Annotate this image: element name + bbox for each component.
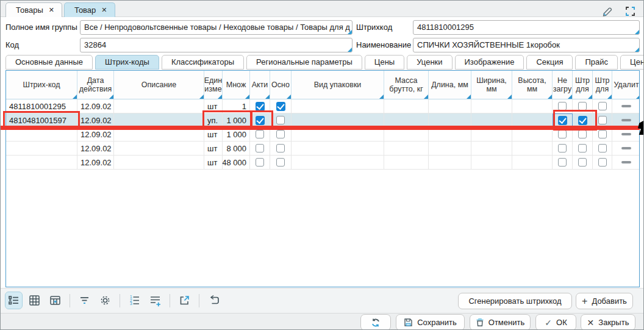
document-tab-1[interactable]: Товары✕ — [5, 2, 62, 17]
cell-unit[interactable]: шт — [204, 142, 223, 155]
main-checkbox[interactable] — [276, 102, 285, 111]
cell-barcode[interactable] — [6, 127, 77, 141]
column-filter-triangle-icon[interactable] — [265, 95, 270, 99]
cell-multiplier[interactable]: 1 000 — [223, 127, 250, 141]
cell-height[interactable] — [512, 99, 553, 113]
generate-barcode-button[interactable]: Сгенерировать штрихкод — [458, 293, 572, 309]
cell-date[interactable]: 12.09.02 — [77, 142, 114, 155]
cell-height[interactable] — [512, 142, 553, 155]
column-header-date[interactable]: Дата действия — [77, 71, 114, 99]
tab-close-icon[interactable]: ✕ — [49, 6, 54, 14]
table-row-5[interactable]: 12.09.02шт48 000 — [6, 156, 639, 170]
view-list-icon[interactable] — [5, 292, 22, 309]
cell-height[interactable] — [512, 156, 553, 169]
maximize-icon[interactable] — [622, 3, 639, 20]
cell-description[interactable] — [114, 99, 204, 113]
active-checkbox[interactable] — [256, 130, 264, 138]
cell-unit[interactable]: шт — [204, 99, 223, 113]
bar_for_1-checkbox[interactable] — [578, 116, 587, 125]
cell-width[interactable] — [471, 142, 512, 155]
cell-gross[interactable] — [384, 99, 429, 113]
name-input[interactable]: СПИЧКИ ХОЗЯЙСТВЕННЫЕ 1коробок — [413, 38, 640, 52]
column-header-gross[interactable]: Масса брутто, кг — [384, 71, 429, 99]
delete-dash-icon[interactable] — [621, 133, 631, 135]
cell-date[interactable]: 12.09.02 — [77, 113, 114, 127]
cell-height[interactable] — [512, 127, 553, 141]
column-filter-triangle-icon[interactable] — [379, 95, 384, 99]
column-header-height[interactable]: Высота, мм — [512, 71, 553, 99]
cell-main[interactable] — [270, 156, 292, 169]
section-tab-1[interactable]: Основные данные — [5, 55, 93, 70]
section-tab-4[interactable]: Региональные параметры — [246, 55, 362, 70]
cell-not_load[interactable] — [553, 113, 573, 127]
cell-active[interactable] — [250, 142, 270, 155]
column-header-width[interactable]: Ширина, мм — [471, 71, 512, 99]
not_load-checkbox[interactable] — [558, 130, 567, 138]
cell-main[interactable] — [270, 127, 292, 141]
active-checkbox[interactable] — [256, 144, 264, 152]
cell-packaging[interactable] — [292, 99, 384, 113]
cell-description[interactable] — [114, 156, 204, 169]
cell-length[interactable] — [429, 113, 471, 127]
cell-bar_for_2[interactable] — [593, 156, 612, 169]
column-filter-triangle-icon[interactable] — [588, 95, 592, 99]
cell-bar_for_1[interactable] — [573, 127, 593, 141]
main-checkbox[interactable] — [276, 116, 285, 124]
column-header-unit[interactable]: Един изме — [204, 71, 223, 99]
section-tab-5[interactable]: Цены — [365, 55, 404, 70]
column-filter-triangle-icon[interactable] — [287, 95, 291, 99]
cell-bar_for_2[interactable] — [593, 127, 612, 141]
cell-multiplier[interactable]: 48 000 — [223, 156, 250, 169]
column-header-not_load[interactable]: Не загру — [553, 71, 573, 99]
column-filter-triangle-icon[interactable] — [218, 95, 222, 99]
cell-date[interactable]: 12.09.02 — [77, 127, 114, 141]
section-tab-3[interactable]: Классификаторы — [162, 55, 244, 70]
main-checkbox[interactable] — [276, 158, 285, 167]
view-columns-plus-icon[interactable] — [47, 292, 63, 309]
bar_for_1-checkbox[interactable] — [578, 158, 587, 167]
cell-main[interactable] — [270, 142, 292, 155]
column-filter-triangle-icon[interactable] — [467, 95, 471, 99]
document-tab-2[interactable]: Товар✕ — [64, 2, 115, 17]
section-tab-6[interactable]: Уценки — [407, 55, 452, 70]
ok-button[interactable]: ✓ ОК — [535, 314, 576, 330]
cell-unit[interactable]: уп. — [204, 113, 223, 127]
column-header-bar_for_1[interactable]: Штр для — [573, 71, 593, 99]
cell-multiplier[interactable]: 8 000 — [223, 142, 250, 155]
cell-date[interactable]: 12.09.02 — [77, 99, 114, 113]
cell-multiplier[interactable]: 1 — [223, 99, 250, 113]
cell-delete[interactable] — [612, 127, 640, 141]
bar_for_1-checkbox[interactable] — [578, 102, 587, 110]
column-filter-triangle-icon[interactable] — [568, 95, 572, 99]
column-header-active[interactable]: Акти — [250, 71, 270, 99]
bar_for_2-checkbox[interactable] — [598, 130, 607, 138]
cell-length[interactable] — [429, 142, 471, 155]
cell-length[interactable] — [429, 156, 471, 169]
cell-bar_for_1[interactable] — [573, 113, 593, 127]
cell-active[interactable] — [250, 99, 270, 113]
main-checkbox[interactable] — [276, 144, 285, 152]
cell-description[interactable] — [114, 142, 204, 155]
save-button[interactable]: Сохранить — [396, 314, 465, 330]
section-tab-7[interactable]: Изображение — [455, 55, 524, 70]
cell-delete[interactable] — [612, 142, 640, 155]
open-external-icon[interactable] — [176, 292, 193, 309]
section-tab-8[interactable]: Секция — [526, 55, 573, 70]
delete-dash-icon[interactable] — [621, 147, 631, 149]
column-header-length[interactable]: Длина, мм — [429, 71, 471, 99]
column-filter-triangle-icon[interactable] — [424, 95, 428, 99]
cancel-button[interactable]: Отменить — [470, 314, 531, 330]
cell-bar_for_1[interactable] — [573, 142, 593, 155]
cell-packaging[interactable] — [292, 142, 384, 155]
cell-main[interactable] — [270, 99, 292, 113]
cell-delete[interactable] — [612, 99, 640, 113]
cell-packaging[interactable] — [292, 127, 384, 141]
column-filter-triangle-icon[interactable] — [607, 95, 612, 99]
bar_for_1-checkbox[interactable] — [578, 144, 587, 152]
column-filter-triangle-icon[interactable] — [199, 95, 204, 99]
cell-gross[interactable] — [384, 113, 429, 127]
refresh-button[interactable] — [360, 314, 391, 330]
cell-bar_for_1[interactable] — [573, 156, 593, 169]
cell-multiplier[interactable]: 1 000 — [223, 113, 250, 127]
cell-bar_for_2[interactable] — [593, 99, 612, 113]
